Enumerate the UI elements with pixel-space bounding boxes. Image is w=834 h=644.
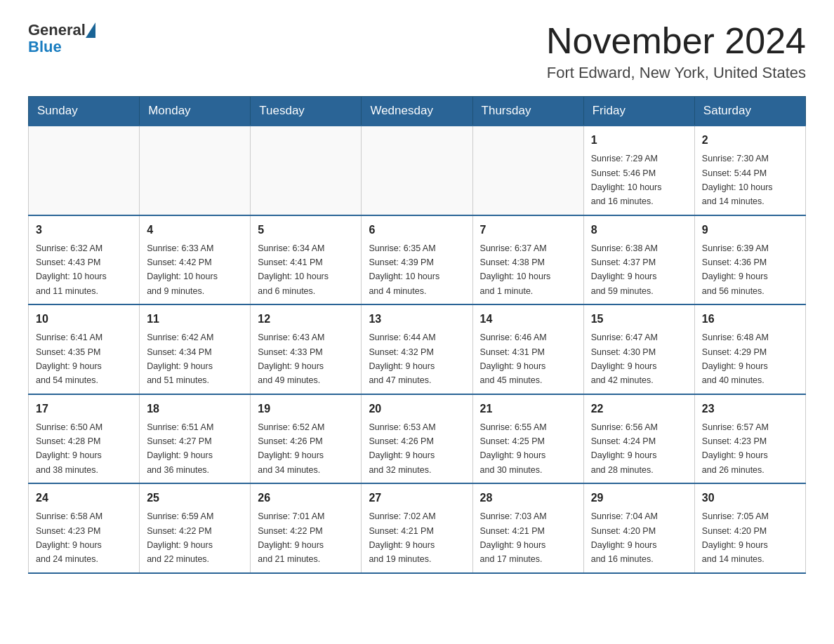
calendar-day-cell: 29Sunrise: 7:04 AM Sunset: 4:20 PM Dayli… <box>583 483 694 573</box>
day-number: 28 <box>480 490 576 507</box>
day-number: 9 <box>702 222 798 239</box>
calendar-week-row: 10Sunrise: 6:41 AM Sunset: 4:35 PM Dayli… <box>29 304 806 394</box>
calendar-week-row: 1Sunrise: 7:29 AM Sunset: 5:46 PM Daylig… <box>29 126 806 215</box>
day-info: Sunrise: 7:01 AM Sunset: 4:22 PM Dayligh… <box>258 511 324 564</box>
day-number: 14 <box>480 311 576 328</box>
calendar-day-cell: 5Sunrise: 6:34 AM Sunset: 4:41 PM Daylig… <box>251 215 362 305</box>
day-info: Sunrise: 6:41 AM Sunset: 4:35 PM Dayligh… <box>36 333 102 385</box>
day-number: 30 <box>702 490 798 507</box>
day-info: Sunrise: 6:46 AM Sunset: 4:31 PM Dayligh… <box>480 333 547 385</box>
logo-general-text: General <box>28 21 86 39</box>
day-number: 18 <box>147 401 243 417</box>
day-info: Sunrise: 6:38 AM Sunset: 4:37 PM Dayligh… <box>591 243 658 296</box>
day-info: Sunrise: 7:05 AM Sunset: 4:20 PM Dayligh… <box>702 511 769 564</box>
day-number: 8 <box>591 222 687 239</box>
day-info: Sunrise: 6:42 AM Sunset: 4:34 PM Dayligh… <box>147 333 213 385</box>
day-info: Sunrise: 6:35 AM Sunset: 4:39 PM Dayligh… <box>369 243 439 296</box>
day-info: Sunrise: 6:58 AM Sunset: 4:23 PM Dayligh… <box>36 511 102 564</box>
day-number: 10 <box>36 311 132 328</box>
day-number: 4 <box>147 222 243 239</box>
day-info: Sunrise: 7:29 AM Sunset: 5:46 PM Dayligh… <box>591 154 662 206</box>
day-number: 26 <box>258 490 354 507</box>
day-info: Sunrise: 6:43 AM Sunset: 4:33 PM Dayligh… <box>258 333 324 385</box>
calendar-day-cell <box>362 126 472 215</box>
calendar-day-cell: 14Sunrise: 6:46 AM Sunset: 4:31 PM Dayli… <box>472 304 583 394</box>
day-info: Sunrise: 6:47 AM Sunset: 4:30 PM Dayligh… <box>591 333 658 385</box>
calendar-day-cell <box>251 126 362 215</box>
day-of-week-header: Sunday <box>29 97 140 126</box>
calendar-day-cell: 22Sunrise: 6:56 AM Sunset: 4:24 PM Dayli… <box>583 394 694 484</box>
day-info: Sunrise: 6:34 AM Sunset: 4:41 PM Dayligh… <box>258 243 329 296</box>
calendar-day-cell <box>29 126 140 215</box>
calendar-week-row: 17Sunrise: 6:50 AM Sunset: 4:28 PM Dayli… <box>29 394 806 484</box>
day-info: Sunrise: 6:33 AM Sunset: 4:42 PM Dayligh… <box>147 243 218 296</box>
calendar-day-cell: 23Sunrise: 6:57 AM Sunset: 4:23 PM Dayli… <box>694 394 805 484</box>
calendar-day-cell: 2Sunrise: 7:30 AM Sunset: 5:44 PM Daylig… <box>694 126 805 215</box>
day-info: Sunrise: 6:52 AM Sunset: 4:26 PM Dayligh… <box>258 422 324 475</box>
day-info: Sunrise: 6:56 AM Sunset: 4:24 PM Dayligh… <box>591 422 658 475</box>
day-of-week-header: Saturday <box>694 97 805 126</box>
day-of-week-header: Thursday <box>472 97 583 126</box>
month-title: November 2024 <box>546 21 806 61</box>
calendar-day-cell: 3Sunrise: 6:32 AM Sunset: 4:43 PM Daylig… <box>29 215 140 305</box>
calendar-day-cell: 1Sunrise: 7:29 AM Sunset: 5:46 PM Daylig… <box>583 126 694 215</box>
calendar-day-cell: 12Sunrise: 6:43 AM Sunset: 4:33 PM Dayli… <box>251 304 362 394</box>
calendar-day-cell: 27Sunrise: 7:02 AM Sunset: 4:21 PM Dayli… <box>362 483 472 573</box>
logo-triangle-icon <box>86 22 95 38</box>
day-number: 5 <box>258 222 354 239</box>
day-number: 29 <box>591 490 687 507</box>
calendar-day-cell: 8Sunrise: 6:38 AM Sunset: 4:37 PM Daylig… <box>583 215 694 305</box>
calendar-day-cell: 4Sunrise: 6:33 AM Sunset: 4:42 PM Daylig… <box>140 215 251 305</box>
calendar-day-cell: 7Sunrise: 6:37 AM Sunset: 4:38 PM Daylig… <box>472 215 583 305</box>
calendar-day-cell: 9Sunrise: 6:39 AM Sunset: 4:36 PM Daylig… <box>694 215 805 305</box>
day-info: Sunrise: 6:55 AM Sunset: 4:25 PM Dayligh… <box>480 422 547 475</box>
logo: General Blue <box>28 21 95 56</box>
calendar-week-row: 24Sunrise: 6:58 AM Sunset: 4:23 PM Dayli… <box>29 483 806 573</box>
logo-blue-text: Blue <box>28 38 95 56</box>
day-number: 11 <box>147 311 243 328</box>
location-title: Fort Edward, New York, United States <box>546 64 806 82</box>
calendar-day-cell: 13Sunrise: 6:44 AM Sunset: 4:32 PM Dayli… <box>362 304 472 394</box>
day-number: 13 <box>369 311 465 328</box>
day-info: Sunrise: 6:51 AM Sunset: 4:27 PM Dayligh… <box>147 422 213 475</box>
day-of-week-header: Monday <box>140 97 251 126</box>
day-info: Sunrise: 6:39 AM Sunset: 4:36 PM Dayligh… <box>702 243 769 296</box>
calendar-day-cell: 21Sunrise: 6:55 AM Sunset: 4:25 PM Dayli… <box>472 394 583 484</box>
calendar-day-cell: 20Sunrise: 6:53 AM Sunset: 4:26 PM Dayli… <box>362 394 472 484</box>
day-info: Sunrise: 7:02 AM Sunset: 4:21 PM Dayligh… <box>369 511 435 564</box>
calendar-day-cell <box>472 126 583 215</box>
day-of-week-header: Wednesday <box>362 97 472 126</box>
calendar-day-cell: 16Sunrise: 6:48 AM Sunset: 4:29 PM Dayli… <box>694 304 805 394</box>
day-number: 20 <box>369 401 465 417</box>
day-info: Sunrise: 6:50 AM Sunset: 4:28 PM Dayligh… <box>36 422 102 475</box>
calendar-day-cell: 26Sunrise: 7:01 AM Sunset: 4:22 PM Dayli… <box>251 483 362 573</box>
calendar-header-row: SundayMondayTuesdayWednesdayThursdayFrid… <box>29 97 806 126</box>
day-number: 21 <box>480 401 576 417</box>
calendar-week-row: 3Sunrise: 6:32 AM Sunset: 4:43 PM Daylig… <box>29 215 806 305</box>
calendar-table: SundayMondayTuesdayWednesdayThursdayFrid… <box>28 96 806 574</box>
day-number: 24 <box>36 490 132 507</box>
day-info: Sunrise: 6:48 AM Sunset: 4:29 PM Dayligh… <box>702 333 769 385</box>
calendar-day-cell: 28Sunrise: 7:03 AM Sunset: 4:21 PM Dayli… <box>472 483 583 573</box>
calendar-day-cell: 18Sunrise: 6:51 AM Sunset: 4:27 PM Dayli… <box>140 394 251 484</box>
calendar-day-cell: 24Sunrise: 6:58 AM Sunset: 4:23 PM Dayli… <box>29 483 140 573</box>
calendar-day-cell: 19Sunrise: 6:52 AM Sunset: 4:26 PM Dayli… <box>251 394 362 484</box>
calendar-day-cell: 6Sunrise: 6:35 AM Sunset: 4:39 PM Daylig… <box>362 215 472 305</box>
day-info: Sunrise: 6:37 AM Sunset: 4:38 PM Dayligh… <box>480 243 551 296</box>
day-info: Sunrise: 7:30 AM Sunset: 5:44 PM Dayligh… <box>702 154 773 206</box>
day-info: Sunrise: 6:44 AM Sunset: 4:32 PM Dayligh… <box>369 333 435 385</box>
day-number: 12 <box>258 311 354 328</box>
calendar-day-cell: 30Sunrise: 7:05 AM Sunset: 4:20 PM Dayli… <box>694 483 805 573</box>
day-info: Sunrise: 7:03 AM Sunset: 4:21 PM Dayligh… <box>480 511 547 564</box>
day-info: Sunrise: 6:59 AM Sunset: 4:22 PM Dayligh… <box>147 511 213 564</box>
day-number: 23 <box>702 401 798 417</box>
day-number: 15 <box>591 311 687 328</box>
day-of-week-header: Friday <box>583 97 694 126</box>
calendar-day-cell: 15Sunrise: 6:47 AM Sunset: 4:30 PM Dayli… <box>583 304 694 394</box>
day-number: 16 <box>702 311 798 328</box>
day-info: Sunrise: 6:32 AM Sunset: 4:43 PM Dayligh… <box>36 243 107 296</box>
day-number: 19 <box>258 401 354 417</box>
day-number: 17 <box>36 401 132 417</box>
day-number: 25 <box>147 490 243 507</box>
day-number: 2 <box>702 132 798 149</box>
